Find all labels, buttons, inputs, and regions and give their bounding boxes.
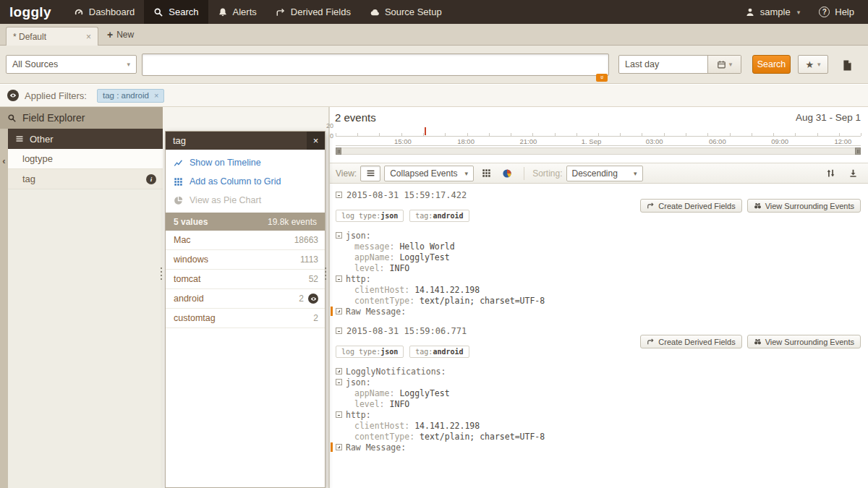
field-group-label: Other <box>30 134 54 145</box>
download-button[interactable] <box>843 166 862 181</box>
chart-view-button[interactable] <box>498 166 516 181</box>
event-timestamp[interactable]: 2015-08-31 15:59:06.771 <box>346 326 467 336</box>
tree-line: contentType:text/plain; charset=UTF-8 <box>336 295 862 306</box>
event-tag-chip[interactable]: tag : android <box>409 210 469 222</box>
field-value-row-tomcat[interactable]: tomcat52 <box>166 270 325 289</box>
field-item-logtype[interactable]: logtype <box>8 149 163 169</box>
close-icon[interactable]: × <box>154 91 158 100</box>
tree-value: text/plain; charset=UTF-8 <box>420 432 545 442</box>
popup-action-show-on-timeline[interactable]: Show on Timeline <box>166 153 325 172</box>
derived-icon <box>647 202 655 210</box>
nav-item-derived-fields[interactable]: Derived Fields <box>266 0 360 24</box>
collapse-icon[interactable] <box>336 192 342 198</box>
time-range-control[interactable]: Last day ▾ <box>618 55 741 74</box>
view-mode-value: Collapsed Events <box>390 168 459 179</box>
button-label: View Surrounding Events <box>765 338 854 346</box>
new-tab-button[interactable]: + New <box>107 24 134 46</box>
tree-value: text/plain; charset=UTF-8 <box>420 296 545 306</box>
close-icon[interactable]: × <box>307 132 325 150</box>
tag-value: android <box>433 348 463 356</box>
event-tag-chip[interactable]: log type : json <box>336 346 404 358</box>
search-input[interactable] <box>142 53 609 76</box>
axis-tick <box>555 133 556 136</box>
axis-tick <box>467 133 468 136</box>
top-nav: loggly DashboardSearchAlertsDerived Fiel… <box>0 0 868 24</box>
tree-line: http: <box>336 273 862 284</box>
event-timestamp[interactable]: 2015-08-31 15:59:17.422 <box>346 190 467 200</box>
sources-dropdown[interactable]: All Sources ▾ <box>6 55 137 74</box>
sorting-dropdown[interactable]: Descending ▾ <box>566 166 643 181</box>
reports-button[interactable] <box>838 56 856 74</box>
field-explorer-title: Field Explorer <box>22 112 85 124</box>
field-value-row-customtag[interactable]: customtag2 <box>166 309 325 328</box>
user-menu[interactable]: sample ▾ <box>736 0 809 24</box>
axis-tick <box>576 133 577 136</box>
view-mode-dropdown[interactable]: Collapsed Events ▾ <box>384 166 474 181</box>
nav-item-label: Derived Fields <box>291 7 351 17</box>
tree-key[interactable]: json: <box>346 377 371 388</box>
expand-icon[interactable] <box>336 308 342 314</box>
tree-key[interactable]: json: <box>346 231 371 241</box>
panel-resize-handle-right[interactable] <box>323 266 328 283</box>
collapse-sidebar-button[interactable]: ‹ <box>0 153 8 169</box>
axis-tick <box>511 133 511 136</box>
x-tick-label: 1. Sep <box>582 137 601 145</box>
timeline-range-slider[interactable] <box>336 147 861 155</box>
field-value-row-android[interactable]: android2 <box>166 289 325 309</box>
tree-value: INFO <box>390 399 410 409</box>
tree-key[interactable]: Raw Message: <box>346 442 406 453</box>
nav-item-source-setup[interactable]: Source Setup <box>360 0 451 24</box>
tree-key[interactable]: Raw Message: <box>346 307 406 317</box>
chart-line-icon <box>174 158 183 168</box>
favorites-button[interactable]: ★ ▾ <box>798 55 828 74</box>
collapse-icon[interactable] <box>336 232 342 239</box>
panel-resize-handle-left[interactable] <box>159 266 164 283</box>
expand-icon[interactable] <box>336 368 342 374</box>
event: 2015-08-31 15:59:06.771Create Derived Fi… <box>336 325 862 453</box>
info-icon: i <box>146 174 156 184</box>
event-tag-chip[interactable]: tag : android <box>409 346 469 358</box>
create-derived-fields-button[interactable]: Create Derived Fields <box>640 335 741 348</box>
create-derived-fields-button[interactable]: Create Derived Fields <box>640 199 741 213</box>
filter-chip[interactable]: tag : android× <box>97 89 164 103</box>
tree-key[interactable]: http: <box>346 274 371 284</box>
events-count-title: 2 events <box>335 111 376 124</box>
field-value-row-windows[interactable]: windows1113 <box>166 250 325 270</box>
close-icon[interactable]: × <box>86 32 91 42</box>
loggly-logo[interactable]: loggly <box>0 0 64 24</box>
calendar-button[interactable]: ▾ <box>707 56 741 73</box>
list-view-button[interactable] <box>360 166 380 181</box>
watched-eye-icon[interactable] <box>308 294 318 304</box>
new-tab-label: New <box>116 30 134 40</box>
view-surrounding-events-button[interactable]: View Surrounding Events <box>747 199 861 213</box>
slider-right-handle[interactable] <box>855 147 861 155</box>
search-button[interactable]: Search <box>752 55 791 74</box>
timeline-chart[interactable]: 20 0 15:0018:0021:001. Sep03:0006:0009:0… <box>336 125 861 146</box>
column-sort-button[interactable] <box>821 166 840 181</box>
expand-icon[interactable] <box>336 444 342 450</box>
help-menu[interactable]: ? Help <box>809 0 864 24</box>
calendar-icon <box>717 60 726 69</box>
field-value-row-mac[interactable]: Mac18663 <box>166 231 325 250</box>
tree-key[interactable]: http: <box>346 410 371 420</box>
tree-key[interactable]: LogglyNotifications: <box>346 367 446 377</box>
popup-action-add-as-column-to-grid[interactable]: Add as Column to Grid <box>166 172 325 191</box>
timeline-plot[interactable] <box>336 125 861 137</box>
field-group-other[interactable]: Other <box>8 129 163 149</box>
grid-view-button[interactable] <box>477 166 495 181</box>
collapse-icon[interactable] <box>336 275 342 282</box>
nav-item-search[interactable]: Search <box>144 0 208 24</box>
filter-chip-label: tag : android <box>103 91 149 100</box>
tab-default[interactable]: * Default × <box>6 27 98 46</box>
query-expand-button[interactable]: « <box>596 74 608 82</box>
collapse-icon[interactable] <box>336 328 342 334</box>
event-tag-chip[interactable]: log type : json <box>336 210 404 222</box>
slider-left-handle[interactable] <box>336 147 341 155</box>
collapse-icon[interactable] <box>336 411 342 418</box>
field-item-tag[interactable]: tagi <box>8 169 163 189</box>
collapse-icon[interactable] <box>336 379 342 385</box>
nav-item-alerts[interactable]: Alerts <box>208 0 266 24</box>
view-surrounding-events-button[interactable]: View Surrounding Events <box>747 335 861 348</box>
download-icon <box>848 168 858 178</box>
nav-item-dashboard[interactable]: Dashboard <box>64 0 145 24</box>
